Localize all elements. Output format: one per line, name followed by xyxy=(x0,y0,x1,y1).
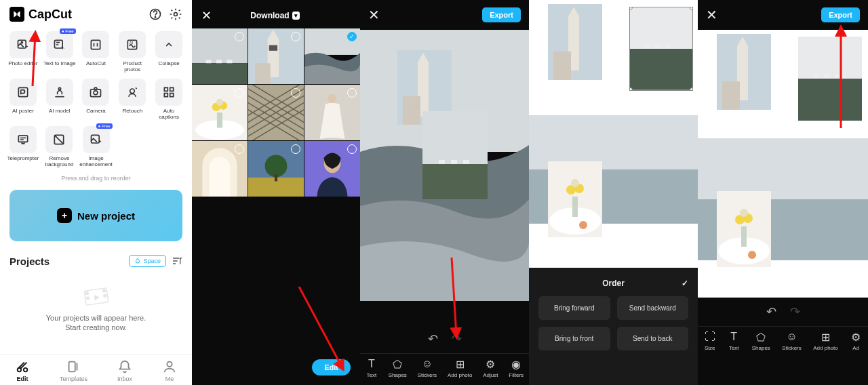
editor-toolbar: TText ⬠Shapes ☺Stickers ⊞Add photo ⚙Adju… xyxy=(360,353,529,385)
tool-stickers[interactable]: ☺Stickers xyxy=(418,358,437,378)
app-name: CapCut xyxy=(28,7,72,22)
svg-rect-20 xyxy=(102,289,106,293)
tool-filters[interactable]: ◉Filters xyxy=(509,358,524,378)
tool-text[interactable]: TText xyxy=(728,331,740,351)
thumb-church[interactable] xyxy=(248,28,304,84)
tool-camera[interactable]: Camera xyxy=(80,79,113,121)
redo-icon[interactable]: ↷ xyxy=(790,304,800,319)
tool-retouch[interactable]: Retouch xyxy=(116,79,149,121)
free-badge: ● Free xyxy=(60,28,76,34)
redo-icon[interactable]: ↷ xyxy=(452,331,462,346)
svg-point-23 xyxy=(24,368,28,372)
tool-photo-editor[interactable]: Photo editor xyxy=(7,31,39,73)
svg-point-101 xyxy=(748,251,756,259)
tool-ai-poster[interactable]: AI poster xyxy=(7,79,39,121)
editor-header: ✕ Export xyxy=(360,0,529,30)
thumb-wave[interactable] xyxy=(304,28,360,84)
tool-size[interactable]: ⛶Size xyxy=(704,331,716,351)
tool-shapes[interactable]: ⬠Shapes xyxy=(752,331,770,351)
order-canvas[interactable] xyxy=(529,0,698,268)
undo-icon[interactable]: ↶ xyxy=(428,331,438,346)
btn-send-back[interactable]: Send to back xyxy=(617,327,689,350)
tool-teleprompter[interactable]: Teleprompter xyxy=(7,126,39,168)
tool-enhance[interactable]: ● FreeImage enhancement xyxy=(79,126,112,168)
thumb-flowers[interactable] xyxy=(192,85,248,140)
svg-rect-57 xyxy=(403,96,420,125)
logo-icon xyxy=(9,7,24,22)
tool-ai-model[interactable]: AI model xyxy=(43,79,76,121)
svg-rect-18 xyxy=(85,291,88,295)
svg-point-12 xyxy=(94,91,98,95)
tool-stickers[interactable]: ☺Stickers xyxy=(782,331,801,351)
tool-adjust[interactable]: ⚙Ad xyxy=(850,331,862,351)
svg-rect-75 xyxy=(666,45,671,48)
panel-home: CapCut Photo editor ● FreeText to image … xyxy=(0,0,192,385)
thumb-tree[interactable] xyxy=(248,141,304,197)
svg-point-45 xyxy=(328,94,336,103)
thumb-portrait[interactable] xyxy=(304,141,360,197)
tool-add-photo[interactable]: ⊞Add photo xyxy=(448,358,472,378)
order-sheet: Order ✓ Bring forward Send backward Brin… xyxy=(529,268,698,385)
tool-collapse[interactable]: Collapse xyxy=(153,31,185,73)
layer-ocean[interactable] xyxy=(798,37,862,121)
tool-adjust[interactable]: ⚙Adjust xyxy=(483,358,498,378)
tool-remove-bg[interactable]: Remove background xyxy=(43,126,76,168)
undo-redo: ↶ ↷ xyxy=(360,325,529,353)
tool-auto-captions[interactable]: Auto captions xyxy=(153,79,185,121)
svg-rect-92 xyxy=(813,75,818,78)
layer-flowers[interactable] xyxy=(717,191,771,267)
nav-templates[interactable]: Templates xyxy=(60,359,87,382)
svg-rect-29 xyxy=(216,60,222,63)
btn-bring-forward[interactable]: Bring forward xyxy=(538,296,610,320)
help-icon[interactable] xyxy=(149,7,162,21)
edit-button[interactable]: Edit xyxy=(312,359,351,376)
projects-title: Projects xyxy=(9,256,50,267)
btn-send-backward[interactable]: Send backward xyxy=(617,296,689,320)
thumbnail-grid xyxy=(192,28,360,197)
new-project-button[interactable]: + New project xyxy=(9,190,182,241)
undo-icon[interactable]: ↶ xyxy=(766,304,776,319)
reorder-hint: Press and drag to reorder xyxy=(0,175,192,182)
gear-icon[interactable] xyxy=(169,7,182,21)
tool-add-photo[interactable]: ⊞Add photo xyxy=(813,331,837,351)
layer-ocean[interactable] xyxy=(422,111,488,199)
layer-church[interactable] xyxy=(548,4,602,80)
svg-point-2 xyxy=(174,13,178,16)
editor-canvas[interactable] xyxy=(360,30,529,325)
header-actions xyxy=(149,7,182,21)
layer-church[interactable] xyxy=(717,34,771,110)
layer-flowers[interactable] xyxy=(548,161,602,237)
nav-me[interactable]: Me xyxy=(162,359,177,382)
tools-row-2: AI poster AI model Camera Retouch Auto c… xyxy=(0,76,192,123)
nav-inbox[interactable]: Inbox xyxy=(117,359,132,382)
svg-rect-35 xyxy=(269,45,277,51)
layer-ocean-selected[interactable] xyxy=(629,7,693,91)
tool-text[interactable]: TText xyxy=(366,358,378,378)
btn-bring-front[interactable]: Bring to front xyxy=(538,327,610,350)
tool-text-to-image[interactable]: ● FreeText to image xyxy=(43,31,76,73)
film-icon xyxy=(80,282,113,309)
close-icon[interactable]: ✕ xyxy=(201,8,212,23)
close-icon[interactable]: ✕ xyxy=(368,7,380,23)
svg-rect-59 xyxy=(422,111,488,164)
close-icon[interactable]: ✕ xyxy=(706,7,717,23)
thumb-ocean[interactable] xyxy=(192,28,248,84)
export-button[interactable]: Export xyxy=(821,7,860,22)
tool-autocut[interactable]: AutoCut xyxy=(80,31,113,73)
export-button[interactable]: Export xyxy=(482,7,521,22)
nav-edit[interactable]: Edit xyxy=(15,359,30,382)
confirm-icon[interactable]: ✓ xyxy=(682,279,688,288)
svg-rect-14 xyxy=(18,136,27,142)
thumb-dress[interactable] xyxy=(304,85,360,140)
tool-shapes[interactable]: ⬠Shapes xyxy=(389,358,407,378)
sort-icon[interactable] xyxy=(172,256,182,266)
tool-product-photos[interactable]: AIProduct photos xyxy=(116,31,149,73)
download-button[interactable]: Download ▾ xyxy=(250,11,299,20)
thumb-tunnel[interactable] xyxy=(192,141,248,197)
thumb-pattern[interactable] xyxy=(248,85,304,140)
result-canvas[interactable] xyxy=(698,30,868,298)
app-logo[interactable]: CapCut xyxy=(9,7,72,22)
space-button[interactable]: Space xyxy=(129,255,166,267)
tools-row-1: Photo editor ● FreeText to image AutoCut… xyxy=(0,28,192,76)
svg-text:AI: AI xyxy=(130,41,134,45)
